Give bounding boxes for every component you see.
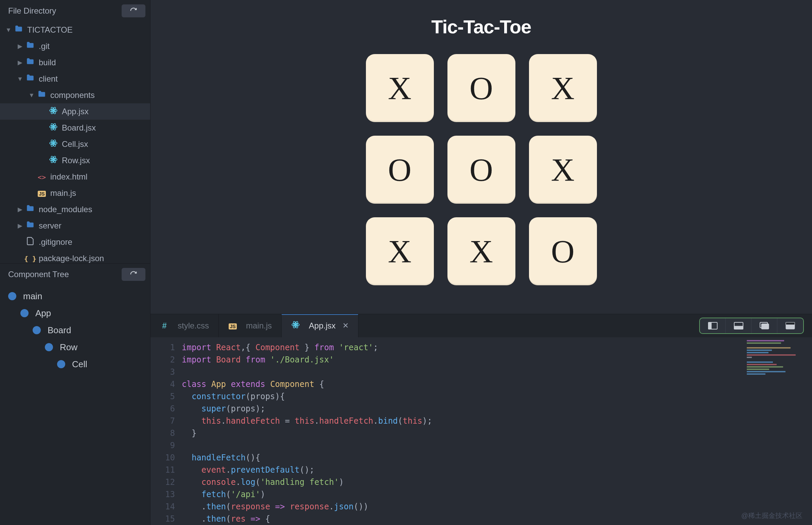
chevron-right-icon: ▶	[16, 59, 24, 66]
component-dot-icon	[8, 292, 16, 300]
file-tree-item[interactable]: JSmain.js	[0, 185, 150, 201]
chevron-down-icon: ▼	[5, 27, 12, 34]
line-number: 11	[151, 464, 175, 476]
board-cell[interactable]: O	[448, 54, 515, 122]
file-tree-item[interactable]: ▼client	[0, 71, 150, 87]
file-tree-label: server	[39, 221, 62, 230]
folder-icon	[26, 41, 39, 52]
split-full-button[interactable]	[777, 318, 803, 333]
file-tree-item[interactable]: ▶build	[0, 55, 150, 71]
minimap[interactable]	[744, 337, 812, 525]
split-left-button[interactable]	[700, 318, 726, 333]
component-label: Row	[60, 342, 77, 352]
component-tree-title: Component Tree	[8, 270, 69, 279]
main-column: Tic-Tac-Toe XOXOOXXXO #style.cssJSmain.j…	[151, 0, 812, 525]
editor-layout-toolbar	[699, 318, 804, 334]
component-tree-item[interactable]: App	[0, 305, 150, 322]
file-tree-label: client	[39, 74, 58, 84]
svg-point-4	[53, 126, 54, 127]
svg-point-16	[295, 324, 296, 326]
line-number: 13	[151, 488, 175, 500]
file-tree-item[interactable]: ▶.git	[0, 38, 150, 55]
line-number: 12	[151, 476, 175, 488]
folder-icon	[26, 73, 39, 84]
js-icon: JS	[228, 321, 241, 331]
folder-icon	[26, 220, 39, 231]
chevron-down-icon: ▼	[28, 92, 35, 99]
board-cell[interactable]: X	[366, 217, 434, 285]
line-number: 15	[151, 513, 175, 525]
js-icon: JS	[37, 188, 50, 198]
file-tree-item[interactable]: ▶node_modules	[0, 201, 150, 217]
editor-tab[interactable]: JSmain.js	[219, 314, 282, 337]
svg-point-0	[53, 110, 54, 111]
refresh-component-tree-button[interactable]	[122, 268, 145, 281]
file-tree-item[interactable]: ▶server	[0, 217, 150, 234]
board-cell[interactable]: X	[529, 54, 597, 122]
board-cell[interactable]: X	[529, 136, 597, 204]
file-tree-item[interactable]: Board.jsx	[0, 120, 150, 136]
react-icon	[49, 106, 62, 117]
file-tree-item[interactable]: App.jsx	[0, 103, 150, 120]
file-tree-item[interactable]: { }package-lock.json	[0, 250, 150, 263]
file-directory-title: File Directory	[8, 6, 56, 16]
file-tree-item[interactable]: ▼components	[0, 87, 150, 103]
refresh-icon	[130, 271, 137, 278]
file-tree-label: App.jsx	[62, 107, 89, 116]
line-number: 10	[151, 452, 175, 464]
file-directory-header: File Directory	[0, 0, 150, 22]
board-cell[interactable]: O	[529, 217, 597, 285]
file-tree-label: build	[39, 58, 56, 67]
file-tree[interactable]: ▼TICTACTOE▶.git▶build▼client▼componentsA…	[0, 22, 150, 263]
line-number: 5	[151, 390, 175, 403]
file-tree-item[interactable]: ▼TICTACTOE	[0, 22, 150, 38]
folder-icon	[37, 90, 50, 101]
line-number: 8	[151, 427, 175, 439]
editor-tab[interactable]: App.jsx✕	[282, 314, 358, 337]
react-icon	[49, 139, 62, 150]
file-tree-item[interactable]: <>index.html	[0, 169, 150, 185]
app-root: File Directory ▼TICTACTOE▶.git▶build▼cli…	[0, 0, 812, 525]
react-icon	[291, 320, 304, 331]
component-tree-header: Component Tree	[0, 263, 150, 285]
file-tree-item[interactable]: Cell.jsx	[0, 136, 150, 152]
close-icon[interactable]: ✕	[342, 321, 348, 330]
file-tree-label: Row.jsx	[62, 156, 90, 165]
component-tree-item[interactable]: main	[0, 288, 150, 305]
editor-area: #style.cssJSmain.jsApp.jsx✕	[151, 314, 812, 525]
file-tree-label: TICTACTOE	[27, 25, 73, 35]
board-cell[interactable]: X	[448, 217, 515, 285]
board-cell[interactable]: O	[448, 136, 515, 204]
file-tree-label: index.html	[50, 172, 87, 182]
chevron-right-icon: ▶	[16, 222, 24, 229]
file-tree-label: main.js	[50, 189, 76, 198]
folder-icon	[14, 25, 27, 35]
editor-tab[interactable]: #style.css	[151, 314, 219, 337]
line-number: 7	[151, 415, 175, 427]
svg-point-8	[53, 142, 54, 144]
board-cell[interactable]: X	[366, 54, 434, 122]
watermark: @稀土掘金技术社区	[741, 511, 802, 520]
line-number: 9	[151, 439, 175, 452]
split-stack-button[interactable]	[751, 318, 777, 333]
folder-icon	[26, 204, 39, 215]
file-tree-label: Cell.jsx	[62, 139, 88, 149]
sidebar: File Directory ▼TICTACTOE▶.git▶build▼cli…	[0, 0, 151, 525]
folder-icon	[26, 57, 39, 68]
component-tree-item[interactable]: Board	[0, 322, 150, 339]
refresh-file-tree-button[interactable]	[122, 4, 145, 17]
file-tree-item[interactable]: .gitignore	[0, 234, 150, 250]
json-icon: { }	[26, 254, 39, 263]
component-tree-item[interactable]: Cell	[0, 356, 150, 373]
preview-title: Tic-Tac-Toe	[432, 16, 531, 38]
component-tree[interactable]: mainAppBoardRowCell	[0, 285, 150, 378]
svg-rect-23	[734, 326, 743, 329]
split-bottom-button[interactable]	[726, 318, 751, 333]
file-tree-item[interactable]: Row.jsx	[0, 152, 150, 169]
code-content[interactable]: import React,{ Component } from 'react';…	[182, 337, 744, 525]
board-cell[interactable]: O	[366, 136, 434, 204]
component-tree-item[interactable]: Row	[0, 339, 150, 356]
line-number: 4	[151, 378, 175, 390]
file-tree-label: .gitignore	[39, 237, 72, 247]
code-editor[interactable]: 123456789101112131415 import React,{ Com…	[151, 337, 812, 525]
